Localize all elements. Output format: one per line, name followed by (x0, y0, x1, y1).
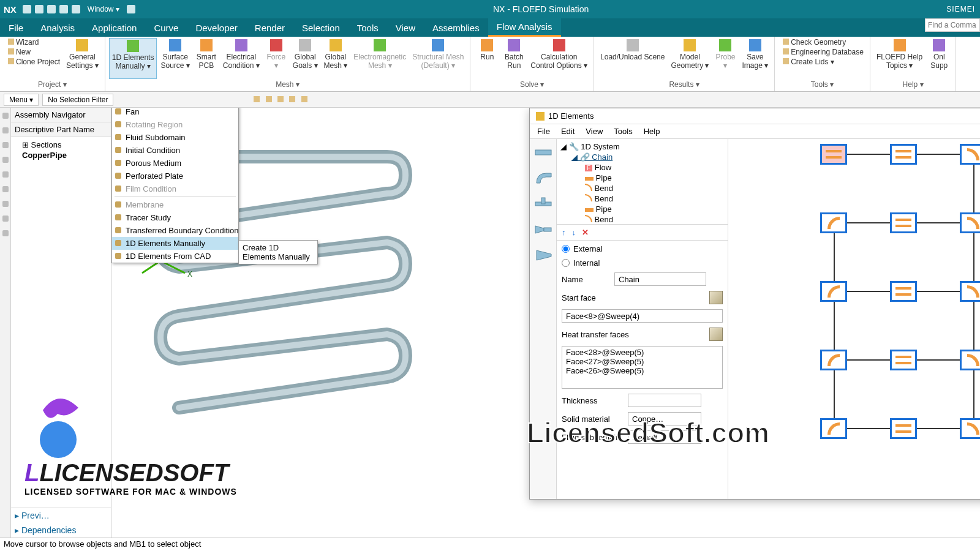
mini-icon[interactable] (277, 96, 284, 102)
resource-icon[interactable] (2, 230, 9, 236)
start-face-input[interactable] (562, 309, 723, 323)
ribbon-clone-project[interactable]: Clone Project (4, 58, 62, 66)
ribbon-create-lids-[interactable]: Create Lids ▾ (778, 58, 866, 66)
move-down-button[interactable]: ↓ (572, 228, 576, 237)
dropdown-item-initial-condition[interactable]: Initial Condition (112, 144, 238, 157)
graphics-viewport[interactable]: prt ✕ Boundary ConditionFanRotating Regi… (111, 108, 980, 538)
pick-face-icon[interactable] (709, 328, 723, 341)
dropdown-item-porous-medium[interactable]: Porous Medium (112, 157, 238, 170)
resource-icon[interactable] (2, 216, 9, 222)
schematic-bend-node[interactable] (820, 350, 847, 370)
ribbon-wizard[interactable]: Wizard (4, 38, 62, 47)
menu-flow-analysis[interactable]: Flow Analysis (488, 18, 561, 37)
mini-icon[interactable] (266, 96, 272, 102)
navigator-tree[interactable]: ⊞ SectionsCopperPipe (11, 137, 111, 508)
schematic-canvas[interactable] (728, 139, 980, 499)
solid-material-select[interactable] (628, 412, 701, 425)
tree-node[interactable]: CopperPipe (15, 150, 107, 160)
dialog-menu-tools[interactable]: Tools (614, 127, 632, 136)
dependencies-tab[interactable]: ▸ Dependencies (11, 523, 111, 538)
schematic-pipe-node[interactable] (890, 281, 917, 302)
thickness-input[interactable] (628, 394, 701, 407)
ribbon-surface-source[interactable]: SurfaceSource ▾ (158, 38, 192, 79)
ribbon-run[interactable]: Run (474, 38, 500, 79)
ribbon-force[interactable]: Force▾ (263, 38, 289, 79)
dropdown-item--d-elements-manually[interactable]: 1D Elements Manually (112, 237, 238, 250)
system-tree[interactable]: ◢ 🔧 1D System◢ 🔗 ChainF Flow Pipe Bend B… (557, 139, 728, 225)
ribbon-onl-supp[interactable]: OnlSupp (926, 38, 952, 79)
schematic-pipe-node[interactable] (890, 418, 917, 439)
qat-icon[interactable] (47, 5, 56, 13)
ribbon-save-image[interactable]: SaveImage ▾ (739, 38, 771, 79)
dialog-title-bar[interactable]: 1D Elements (530, 108, 980, 124)
ribbon-global-goals[interactable]: GlobalGoals ▾ (290, 38, 320, 79)
ribbon-d-elements-manually[interactable]: 1D ElementsManually ▾ (109, 38, 157, 79)
menu-file[interactable]: File (0, 18, 32, 37)
mini-icon[interactable] (301, 96, 307, 102)
tree-item-bend[interactable]: Bend (560, 214, 724, 225)
fluid-subdomain-select[interactable] (628, 430, 701, 444)
menu-tools[interactable]: Tools (349, 18, 387, 37)
command-search[interactable] (925, 18, 980, 37)
name-input[interactable] (614, 272, 706, 286)
heat-faces-list[interactable]: Face<28>@Sweep(5)Face<27>@Sweep(5)Face<2… (562, 346, 723, 389)
tree-node[interactable]: ⊞ Sections (15, 140, 107, 150)
tree-item-bend[interactable]: Bend (560, 193, 724, 204)
ribbon-new[interactable]: New (4, 48, 62, 56)
ribbon-check-geometry[interactable]: Check Geometry (778, 38, 866, 47)
tree-item-pipe[interactable]: Pipe (560, 204, 724, 214)
menu-assemblies[interactable]: Assemblies (424, 18, 488, 37)
schematic-bend-node[interactable] (960, 418, 980, 439)
ribbon-load-unload-scene[interactable]: Load/Unload Scene (598, 38, 667, 79)
schematic-bend-node[interactable] (820, 281, 847, 302)
dropdown-item-fluid-subdomain[interactable]: Fluid Subdomain (112, 131, 238, 144)
resource-icon[interactable] (2, 113, 9, 119)
schematic-pipe-node[interactable] (820, 144, 847, 165)
pick-face-icon[interactable] (709, 291, 723, 304)
preview-tab[interactable]: ▸ Previ… (11, 508, 111, 523)
dialog-menu-help[interactable]: Help (644, 127, 660, 136)
resource-icon[interactable] (2, 186, 9, 192)
schematic-pipe-node[interactable] (890, 350, 917, 370)
dropdown-item-film-condition[interactable]: Film Condition (112, 182, 238, 195)
command-search-input[interactable] (925, 18, 980, 32)
menu-render[interactable]: Render (246, 18, 293, 37)
menu-application[interactable]: Application (83, 18, 145, 37)
pipe-cone-icon[interactable] (534, 248, 552, 263)
ribbon-floefd-help-topics[interactable]: FLOEFD HelpTopics ▾ (874, 38, 925, 79)
face-list-item[interactable]: Face<26>@Sweep(5) (566, 366, 718, 375)
tree-chain[interactable]: ◢ 🔗 Chain (560, 152, 724, 162)
tree-item-bend[interactable]: Bend (560, 183, 724, 193)
external-radio[interactable]: External (562, 244, 723, 253)
resource-icon[interactable] (2, 201, 9, 207)
tree-item-pipe[interactable]: Pipe (560, 173, 724, 183)
resource-icon[interactable] (2, 157, 9, 163)
dropdown-item-perforated-plate[interactable]: Perforated Plate (112, 170, 238, 182)
qat-icon[interactable] (72, 5, 80, 13)
dropdown-item-tracer-study[interactable]: Tracer Study (112, 211, 238, 224)
one-d-elements-dropdown[interactable]: Boundary ConditionFanRotating RegionFlui… (111, 108, 239, 263)
mini-icon[interactable] (289, 96, 295, 102)
ribbon-general-settings[interactable]: GeneralSettings ▾ (64, 38, 101, 79)
dialog-menu-view[interactable]: View (586, 127, 603, 136)
one-d-elements-dialog[interactable]: 1D Elements FileEditViewToolsHelp ◢ 🔧 1D… (529, 108, 980, 500)
schematic-bend-node[interactable] (820, 418, 847, 439)
ribbon-smart-pcb[interactable]: SmartPCB (194, 38, 219, 79)
resource-icon[interactable] (2, 171, 9, 178)
face-list-item[interactable]: Face<28>@Sweep(5) (566, 348, 718, 357)
dropdown-item-rotating-region[interactable]: Rotating Region (112, 118, 238, 131)
face-list-item[interactable]: Face<27>@Sweep(5) (566, 357, 718, 366)
schematic-bend-node[interactable] (820, 212, 847, 233)
ribbon-probe[interactable]: Probe▾ (712, 38, 738, 79)
window-menu-button[interactable]: Window ▾ (84, 5, 123, 13)
selection-filter-button[interactable]: No Selection Filter (42, 94, 113, 106)
pipe-tee-icon[interactable] (534, 197, 552, 211)
delete-button[interactable]: ✕ (582, 228, 589, 237)
schematic-bend-node[interactable] (960, 144, 980, 165)
mini-icon[interactable] (254, 96, 260, 102)
menu-curve[interactable]: Curve (145, 18, 187, 37)
resource-icon[interactable] (2, 127, 9, 133)
ribbon-model-geometry[interactable]: ModelGeometry ▾ (668, 38, 711, 79)
schematic-pipe-node[interactable] (890, 144, 917, 165)
ribbon-engineering-database[interactable]: Engineering Database (778, 48, 866, 56)
